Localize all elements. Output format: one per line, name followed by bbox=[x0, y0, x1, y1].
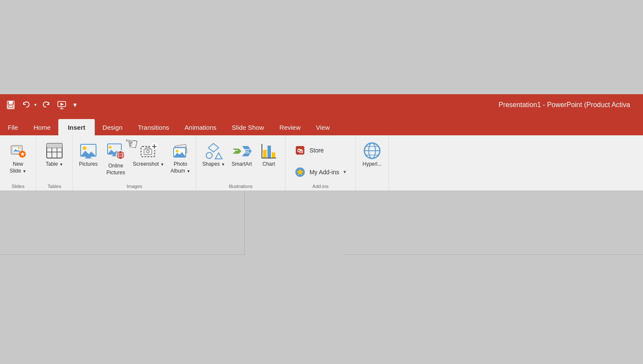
tab-insert[interactable]: Insert bbox=[58, 119, 95, 135]
links-group: Hyperl... bbox=[356, 135, 389, 191]
screenshot-icon bbox=[138, 140, 159, 161]
tab-design[interactable]: Design bbox=[95, 119, 130, 135]
svg-point-39 bbox=[147, 150, 149, 153]
svg-rect-19 bbox=[47, 143, 62, 148]
svg-point-26 bbox=[109, 146, 111, 149]
new-slide-icon: ★ bbox=[8, 140, 28, 161]
table-button[interactable]: Table ▼ bbox=[41, 139, 68, 170]
svg-point-21 bbox=[83, 146, 86, 150]
svg-rect-55 bbox=[261, 144, 262, 158]
quick-access-toolbar: ▼ ▼ Presentation1 - PowerPoint (Product … bbox=[0, 94, 643, 116]
smartart-label: SmartArt bbox=[231, 161, 252, 167]
svg-marker-7 bbox=[60, 103, 64, 106]
svg-rect-23 bbox=[86, 156, 90, 158]
online-pictures-button[interactable]: OnlinePictures ☞ bbox=[102, 139, 129, 178]
hyperlink-label: Hyperl... bbox=[363, 161, 382, 167]
ribbon-content: ★ NewSlide ▼ Slides bbox=[0, 135, 643, 191]
svg-marker-22 bbox=[81, 151, 96, 156]
addins-group: 🛍 Store My Add-ins ▼ Add-ins bbox=[285, 135, 356, 191]
illustrations-group: Shapes ▼ SmartArt bbox=[196, 135, 285, 191]
shapes-label: Shapes ▼ bbox=[202, 161, 225, 167]
shapes-button[interactable]: Shapes ▼ bbox=[200, 139, 228, 169]
photo-album-button[interactable]: PhotoAlbum ▼ bbox=[168, 139, 193, 176]
table-label: Table ▼ bbox=[46, 161, 63, 168]
svg-rect-38 bbox=[144, 149, 152, 155]
svg-rect-1 bbox=[9, 101, 13, 104]
online-pictures-icon bbox=[105, 140, 127, 163]
svg-point-11 bbox=[18, 147, 20, 149]
tab-home[interactable]: Home bbox=[26, 119, 58, 135]
chart-label: Chart bbox=[262, 161, 275, 167]
store-button[interactable]: 🛍 Store bbox=[291, 143, 350, 158]
undo-dropdown[interactable]: ▼ bbox=[33, 103, 37, 107]
photo-album-icon bbox=[170, 140, 191, 161]
svg-text:★: ★ bbox=[20, 151, 25, 157]
pictures-button[interactable]: Pictures bbox=[75, 139, 101, 169]
images-group: Pictures bbox=[73, 135, 196, 191]
svg-rect-57 bbox=[267, 146, 271, 158]
svg-marker-47 bbox=[215, 153, 222, 159]
chart-button[interactable]: Chart bbox=[256, 139, 282, 169]
slides-group-label: Slides bbox=[12, 183, 24, 191]
store-label: Store bbox=[309, 147, 324, 154]
tab-slideshow[interactable]: Slide Show bbox=[224, 119, 272, 135]
screenshot-label: Screenshot ▼ bbox=[133, 161, 164, 167]
my-addins-icon bbox=[294, 166, 306, 178]
more-button[interactable]: ▼ bbox=[71, 98, 79, 111]
tab-view[interactable]: View bbox=[308, 119, 337, 135]
new-slide-label: NewSlide ▼ bbox=[10, 161, 27, 174]
background-top bbox=[0, 0, 643, 94]
svg-point-46 bbox=[206, 152, 212, 158]
svg-marker-45 bbox=[208, 143, 219, 152]
illustrations-group-label: Illustrations bbox=[229, 183, 253, 191]
pictures-icon bbox=[78, 140, 99, 161]
photo-album-label: PhotoAlbum ▼ bbox=[171, 161, 190, 174]
tab-animations[interactable]: Animations bbox=[177, 119, 224, 135]
store-icon: 🛍 bbox=[294, 144, 306, 156]
tab-file[interactable]: File bbox=[0, 119, 26, 135]
smartart-button[interactable]: SmartArt bbox=[228, 139, 255, 169]
tables-group: Table ▼ Tables bbox=[36, 135, 73, 191]
addins-group-label: Add-ins bbox=[291, 183, 350, 191]
redo-button[interactable] bbox=[40, 98, 53, 111]
window-title: Presentation1 - PowerPoint (Product Acti… bbox=[499, 101, 630, 109]
save-button[interactable] bbox=[4, 98, 17, 111]
images-group-label: Images bbox=[126, 183, 142, 191]
screenshot-button[interactable]: Screenshot ▼ bbox=[130, 139, 167, 169]
svg-rect-3 bbox=[9, 106, 12, 107]
shapes-icon bbox=[203, 140, 224, 161]
tab-transitions[interactable]: Transitions bbox=[130, 119, 177, 135]
svg-rect-56 bbox=[263, 150, 267, 158]
chart-icon bbox=[258, 140, 279, 161]
table-icon bbox=[44, 140, 65, 161]
smartart-icon bbox=[231, 140, 252, 161]
hyperlink-button[interactable]: Hyperl... bbox=[359, 139, 385, 169]
my-addins-button[interactable]: My Add-ins ▼ bbox=[291, 164, 350, 180]
svg-text:🛍: 🛍 bbox=[297, 147, 303, 154]
hyperlink-icon bbox=[362, 140, 382, 161]
tab-review[interactable]: Review bbox=[272, 119, 308, 135]
my-addins-label: My Add-ins bbox=[309, 169, 339, 176]
pictures-label: Pictures bbox=[79, 161, 97, 167]
undo-button[interactable] bbox=[20, 98, 33, 111]
svg-point-43 bbox=[176, 150, 178, 152]
online-pictures-label: OnlinePictures bbox=[106, 163, 125, 176]
svg-rect-24 bbox=[85, 158, 92, 158]
svg-marker-48 bbox=[233, 149, 241, 154]
present-button[interactable] bbox=[55, 98, 68, 111]
svg-rect-58 bbox=[272, 152, 275, 158]
svg-rect-54 bbox=[261, 158, 276, 158]
content-area bbox=[0, 191, 643, 364]
tab-bar: File Home Insert Design Transitions Anim… bbox=[0, 116, 643, 135]
my-addins-arrow: ▼ bbox=[343, 170, 347, 174]
slides-group: ★ NewSlide ▼ Slides bbox=[0, 135, 36, 191]
tables-group-label: Tables bbox=[48, 183, 61, 191]
new-slide-button[interactable]: ★ NewSlide ▼ bbox=[4, 139, 32, 176]
